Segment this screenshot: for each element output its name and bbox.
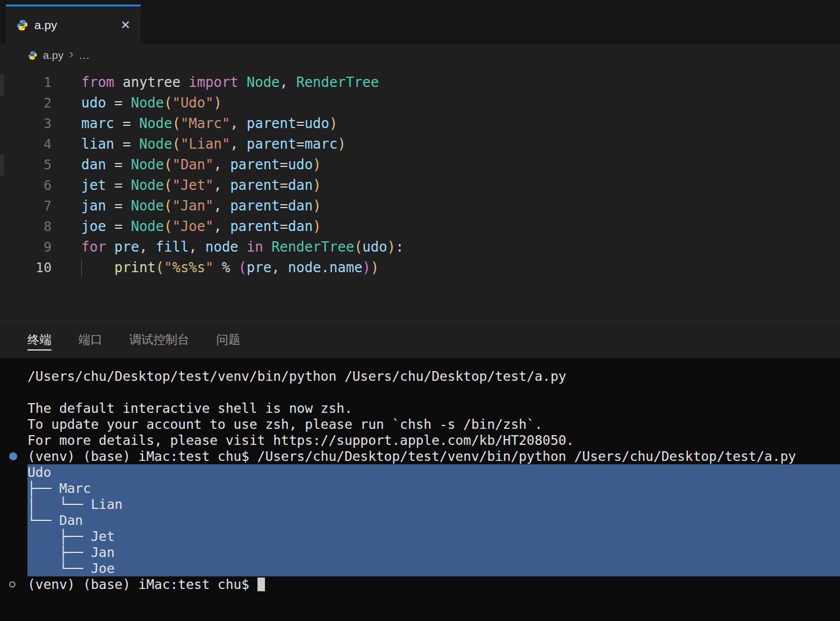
- terminal-line[interactable]: ├── Marc: [0, 480, 840, 496]
- code-line[interactable]: 9for pre, fill, node in RenderTree(udo):: [0, 237, 840, 257]
- code-text: udo = Node("Udo"): [81, 93, 222, 113]
- terminal-line[interactable]: For more details, please visit https://s…: [0, 432, 840, 448]
- command-decoration-icon[interactable]: [9, 452, 17, 460]
- terminal-gutter: [0, 576, 27, 592]
- terminal-text: /Users/chu/Desktop/test/venv/bin/python …: [27, 368, 840, 384]
- terminal-text: (venv) (base) iMac:test chu$: [27, 576, 840, 592]
- terminal-gutter: [0, 496, 27, 512]
- code-line[interactable]: 8joe = Node("Joe", parent=dan): [0, 216, 840, 237]
- editor-tab-bar: a.py ✕: [0, 0, 840, 43]
- terminal-text: (venv) (base) iMac:test chu$ /Users/chu/…: [27, 448, 840, 464]
- code-text: marc = Node("Marc", parent=udo): [81, 113, 338, 134]
- terminal-gutter: [0, 480, 27, 496]
- line-number[interactable]: 10: [0, 257, 51, 278]
- terminal-line[interactable]: [0, 384, 840, 400]
- code-line[interactable]: 10 print("%s%s" % (pre, node.name)): [0, 257, 840, 278]
- line-number[interactable]: 7: [0, 196, 51, 216]
- tab-a-py[interactable]: a.py ✕: [6, 5, 141, 43]
- line-number[interactable]: 5: [0, 154, 51, 175]
- tab-close-icon[interactable]: ✕: [120, 18, 130, 32]
- terminal-line[interactable]: (venv) (base) iMac:test chu$: [0, 576, 840, 592]
- terminal-line[interactable]: ├── Jan: [0, 544, 840, 560]
- code-text: joe = Node("Joe", parent=dan): [81, 216, 321, 237]
- panel-tab-terminal[interactable]: 终端: [27, 321, 51, 358]
- code-lines: 1from anytree import Node, RenderTree2ud…: [0, 72, 840, 278]
- line-number[interactable]: 4: [0, 134, 51, 154]
- terminal-line[interactable]: └── Dan: [0, 512, 840, 528]
- terminal-text: └── Joe: [27, 560, 840, 576]
- line-number[interactable]: 2: [0, 93, 51, 113]
- line-number[interactable]: 3: [0, 113, 51, 134]
- terminal-gutter: [0, 416, 27, 432]
- breadcrumb-file[interactable]: a.py: [43, 49, 64, 62]
- command-decoration-icon[interactable]: [9, 582, 15, 588]
- terminal-line[interactable]: Udo: [0, 464, 840, 480]
- terminal-line[interactable]: (venv) (base) iMac:test chu$ /Users/chu/…: [0, 448, 840, 464]
- terminal-line[interactable]: └── Joe: [0, 560, 840, 576]
- terminal-line[interactable]: The default interactive shell is now zsh…: [0, 400, 840, 416]
- code-text: print("%s%s" % (pre, node.name)): [81, 257, 379, 278]
- terminal-text: The default interactive shell is now zsh…: [27, 400, 840, 416]
- terminal-text: Udo: [27, 464, 840, 480]
- code-line[interactable]: 7jan = Node("Jan", parent=dan): [0, 196, 840, 216]
- breadcrumb: a.py › ...: [0, 43, 840, 67]
- editor-edge-marker: [0, 154, 4, 176]
- python-file-icon: [27, 50, 38, 61]
- terminal-gutter: [0, 368, 27, 384]
- code-line[interactable]: 6jet = Node("Jet", parent=dan): [0, 175, 840, 196]
- line-number[interactable]: 8: [0, 216, 51, 237]
- code-line[interactable]: 3marc = Node("Marc", parent=udo): [0, 113, 840, 134]
- code-text: for pre, fill, node in RenderTree(udo):: [81, 237, 404, 257]
- panel-tab-debug-console[interactable]: 调试控制台: [129, 321, 189, 358]
- terminal-line[interactable]: To update your account to use zsh, pleas…: [0, 416, 840, 432]
- code-line[interactable]: 4lian = Node("Lian", parent=marc): [0, 134, 840, 154]
- terminal-text: For more details, please visit https://s…: [27, 432, 840, 448]
- vscode-window: a.py ✕ a.py › ... 1from anytree import N…: [0, 0, 840, 621]
- terminal-line[interactable]: ├── Jet: [0, 528, 840, 544]
- terminal-line[interactable]: │ └── Lian: [0, 496, 840, 512]
- terminal-gutter: [0, 528, 27, 544]
- terminal-text: │ └── Lian: [27, 496, 840, 512]
- panel-tab-ports[interactable]: 端口: [78, 321, 102, 358]
- code-line[interactable]: 5dan = Node("Dan", parent=udo): [0, 154, 840, 175]
- tab-label: a.py: [34, 18, 57, 32]
- terminal-text: ├── Marc: [27, 480, 840, 496]
- terminal-text: To update your account to use zsh, pleas…: [27, 416, 840, 432]
- terminal-gutter: [0, 384, 27, 400]
- terminal-text: ├── Jet: [27, 528, 840, 544]
- breadcrumb-symbol[interactable]: ...: [79, 49, 90, 62]
- terminal[interactable]: /Users/chu/Desktop/test/venv/bin/python …: [0, 358, 840, 621]
- terminal-gutter: [0, 432, 27, 448]
- editor-edge-marker: [0, 74, 4, 96]
- terminal-line[interactable]: /Users/chu/Desktop/test/venv/bin/python …: [0, 368, 840, 384]
- terminal-text: └── Dan: [27, 512, 840, 528]
- line-number[interactable]: 9: [0, 237, 51, 257]
- terminal-gutter: [0, 512, 27, 528]
- terminal-gutter: [0, 560, 27, 576]
- line-number[interactable]: 6: [0, 175, 51, 196]
- code-text: dan = Node("Dan", parent=udo): [81, 154, 321, 175]
- python-file-icon: [16, 19, 29, 31]
- code-line[interactable]: 1from anytree import Node, RenderTree: [0, 72, 840, 93]
- terminal-gutter: [0, 464, 27, 480]
- code-text: jet = Node("Jet", parent=dan): [81, 175, 321, 196]
- terminal-text: [27, 384, 840, 400]
- terminal-text: ├── Jan: [27, 544, 840, 560]
- chevron-right-icon: ›: [69, 47, 73, 62]
- panel-tab-bar: 终端端口调试控制台问题: [0, 320, 840, 358]
- terminal-gutter: [0, 400, 27, 416]
- code-text: jan = Node("Jan", parent=dan): [81, 196, 321, 216]
- code-line[interactable]: 2udo = Node("Udo"): [0, 93, 840, 113]
- code-editor[interactable]: 1from anytree import Node, RenderTree2ud…: [0, 67, 840, 320]
- code-text: from anytree import Node, RenderTree: [81, 72, 379, 93]
- terminal-cursor: [257, 578, 265, 591]
- terminal-gutter: [0, 448, 27, 464]
- line-number[interactable]: 1: [0, 72, 51, 93]
- terminal-gutter: [0, 544, 27, 560]
- code-text: lian = Node("Lian", parent=marc): [81, 134, 346, 154]
- panel-tab-problems[interactable]: 问题: [216, 321, 240, 358]
